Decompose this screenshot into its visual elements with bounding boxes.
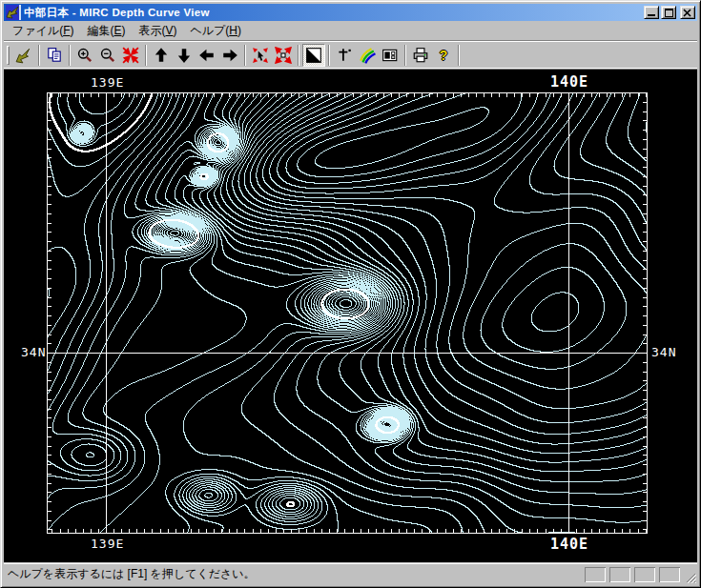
legend-button[interactable] (379, 44, 402, 67)
color-curves-icon (359, 47, 376, 64)
map-view: 139E 140E 34N 34N 139E 140E (4, 70, 697, 562)
toolbar-separator (298, 45, 299, 66)
expand-arrows-icon (275, 47, 292, 64)
arrow-right-icon (221, 47, 238, 64)
toolbar-separator (38, 45, 40, 66)
map-label-140e-top: 140E (550, 73, 588, 91)
arrow-down-icon (175, 47, 193, 64)
close-button[interactable] (680, 6, 695, 19)
zoom-reset-button[interactable] (119, 44, 142, 67)
printer-icon (412, 47, 429, 64)
menu-view-label: 表示( (138, 24, 165, 37)
status-panes (585, 567, 680, 582)
menu-file[interactable]: ファイル(F) (6, 21, 80, 41)
toolbar: ? (4, 40, 697, 69)
statusbar: ヘルプを表示するには [F1] を押してください。 (4, 563, 697, 584)
shrink-arrows-icon (122, 47, 139, 64)
toolbar-separator (244, 45, 246, 66)
arrow-up-icon (153, 47, 170, 64)
copy-icon (46, 47, 63, 64)
toolbar-separator (328, 45, 330, 66)
toolbar-grip[interactable] (7, 46, 10, 65)
invert-colors-toggle[interactable] (302, 44, 325, 67)
depth-contour-map[interactable] (47, 92, 648, 534)
menubar: ファイル(F) 編集(E) 表示(V) ヘルプ(H) (4, 22, 697, 40)
maximize-icon (665, 9, 673, 17)
status-pane (609, 567, 630, 582)
dagger-icon (336, 47, 353, 64)
app-icon (6, 5, 21, 20)
map-label-139e-bottom: 139E (91, 537, 124, 551)
menu-help-close: ) (237, 24, 241, 37)
overview-pointer-button[interactable] (12, 44, 35, 67)
resize-grip[interactable] (684, 571, 696, 583)
status-message: ヘルプを表示するには [F1] を押してください。 (8, 566, 585, 582)
toolbar-separator (458, 45, 460, 66)
menu-edit-close: ) (121, 24, 125, 37)
toolbar-separator (404, 45, 406, 66)
map-label-34n-left: 34N (21, 345, 46, 359)
help-button[interactable]: ? (432, 44, 455, 67)
color-contours-button[interactable] (356, 44, 379, 67)
invert-triangle-icon (305, 47, 322, 64)
close-icon (683, 8, 692, 18)
status-pane (634, 567, 655, 582)
toolbar-separator (145, 45, 147, 66)
pan-left-button[interactable] (196, 44, 218, 67)
titlebar[interactable]: 中部日本 - MIRC Depth Curve View (4, 4, 697, 21)
toolbar-separator (69, 45, 71, 66)
menu-file-label: ファイル( (12, 24, 63, 37)
minimize-button[interactable] (644, 6, 659, 19)
pan-right-button[interactable] (218, 44, 241, 67)
status-pane (585, 567, 606, 582)
menu-help-label: ヘルプ( (191, 24, 230, 37)
status-pane (659, 567, 680, 582)
pointer-icon (15, 47, 32, 64)
map-label-140e-bottom: 140E (550, 536, 588, 553)
menu-edit-label: 編集( (87, 24, 113, 37)
zoom-select-button[interactable] (249, 44, 272, 67)
minimize-icon (648, 14, 655, 16)
window-title: 中部日本 - MIRC Depth Curve View (24, 6, 644, 20)
map-label-34n-right: 34N (651, 345, 676, 359)
menu-view-key: V (165, 24, 173, 37)
zoom-out-button[interactable] (96, 44, 119, 67)
copy-button[interactable] (43, 44, 66, 67)
menu-help[interactable]: ヘルプ(H) (184, 21, 249, 41)
menu-view-close: ) (174, 24, 177, 37)
zoom-out-icon (99, 47, 116, 64)
pan-down-button[interactable] (173, 44, 196, 67)
depth-point-button[interactable] (333, 44, 356, 67)
arrow-left-icon (198, 47, 216, 64)
menu-view[interactable]: 表示(V) (132, 21, 183, 41)
pan-up-button[interactable] (150, 44, 173, 67)
menu-file-close: ) (70, 24, 73, 37)
zoom-in-icon (76, 47, 93, 64)
zoom-in-button[interactable] (73, 44, 96, 67)
print-button[interactable] (409, 44, 432, 67)
help-icon: ? (440, 49, 448, 62)
select-arrows-icon (252, 47, 269, 64)
app-window: 中部日本 - MIRC Depth Curve View ファイル(F) 編集(… (0, 0, 701, 588)
map-label-139e-top: 139E (91, 75, 124, 90)
menu-edit[interactable]: 編集(E) (80, 21, 132, 41)
maximize-button[interactable] (661, 6, 676, 19)
tile-panels-icon (381, 47, 399, 64)
menu-help-key: H (229, 24, 237, 37)
fit-extent-button[interactable] (272, 44, 295, 67)
